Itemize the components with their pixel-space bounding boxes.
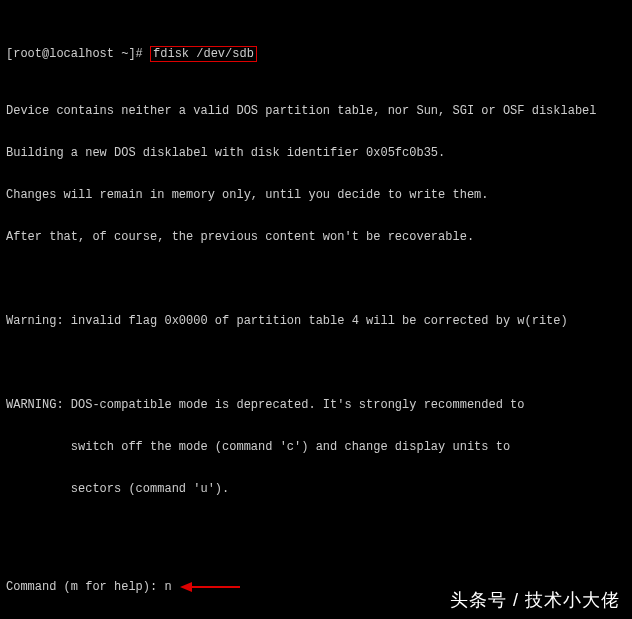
output-line: WARNING: DOS-compatible mode is deprecat… bbox=[6, 398, 626, 412]
output-line: Building a new DOS disklabel with disk i… bbox=[6, 146, 626, 160]
output-line: sectors (command 'u'). bbox=[6, 482, 626, 496]
typed-command[interactable]: fdisk /dev/sdb bbox=[150, 46, 257, 62]
output-line: switch off the mode (command 'c') and ch… bbox=[6, 440, 626, 454]
output-line: Device contains neither a valid DOS part… bbox=[6, 104, 626, 118]
terminal-output: [root@localhost ~]# fdisk /dev/sdb Devic… bbox=[0, 0, 632, 619]
output-line bbox=[6, 356, 626, 370]
user-input[interactable]: n bbox=[164, 580, 171, 594]
fdisk-prompt: Command (m for help): bbox=[6, 580, 164, 594]
output-line: Changes will remain in memory only, unti… bbox=[6, 188, 626, 202]
output-line bbox=[6, 272, 626, 286]
shell-prompt: [root@localhost ~]# bbox=[6, 47, 150, 61]
output-line: After that, of course, the previous cont… bbox=[6, 230, 626, 244]
output-line: Warning: invalid flag 0x0000 of partitio… bbox=[6, 314, 626, 328]
shell-prompt-line: [root@localhost ~]# fdisk /dev/sdb bbox=[6, 46, 626, 62]
watermark-text: 头条号 / 技术小大佬 bbox=[450, 593, 620, 607]
output-line bbox=[6, 524, 626, 538]
